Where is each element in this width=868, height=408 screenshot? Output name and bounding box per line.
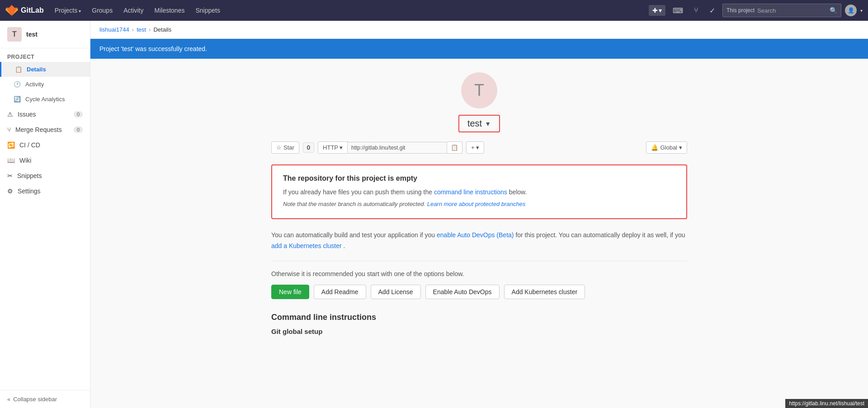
collapse-icon: « xyxy=(7,396,10,403)
breadcrumb-project[interactable]: test xyxy=(137,26,146,33)
plus-icon: ✚ xyxy=(652,7,658,14)
add-kubernetes-cluster-button[interactable]: Add Kubernetes cluster xyxy=(504,285,585,299)
breadcrumb: lishuai1744 › test › Details xyxy=(90,21,868,39)
copy-icon: 📋 xyxy=(451,144,458,151)
clone-dropdown-arrow: ▾ xyxy=(340,144,343,151)
search-container: This project 🔍 xyxy=(722,4,841,17)
visibility-icon: ▼ xyxy=(485,120,491,127)
snippets-icon: ✂ xyxy=(7,172,13,179)
sidebar-item-wiki[interactable]: 📖 Wiki xyxy=(0,153,90,168)
user-dropdown-arrow[interactable]: ▾ xyxy=(860,8,863,13)
nav-milestones[interactable]: Milestones xyxy=(151,5,189,16)
settings-icon: ⚙ xyxy=(7,188,13,195)
success-banner: Project 'test' was successfully created. xyxy=(90,39,868,59)
project-header: T test ▼ xyxy=(271,72,687,132)
notification-button[interactable]: 🔔 Global ▾ xyxy=(646,141,687,154)
ci-cd-icon: 🔁 xyxy=(7,141,15,149)
collapse-sidebar-button[interactable]: « Collapse sidebar xyxy=(0,390,90,408)
plus-dropdown-arrow: ▾ xyxy=(476,144,479,151)
search-icon: 🔍 xyxy=(830,7,837,14)
empty-repo-box: The repository for this project is empty… xyxy=(271,164,687,219)
bell-icon: 🔔 xyxy=(651,144,658,151)
breadcrumb-sep-1: › xyxy=(132,26,134,33)
plus-actions-button[interactable]: + ▾ xyxy=(466,141,484,154)
breadcrumb-sep-2: › xyxy=(149,26,151,33)
sidebar-project-header: T test xyxy=(0,21,90,48)
wiki-icon: 📖 xyxy=(7,157,15,164)
nav-keyboard-shortcuts[interactable]: ⌨ xyxy=(669,5,687,17)
star-count: 0 xyxy=(303,142,314,153)
kubernetes-cluster-link[interactable]: add a Kubernetes cluster xyxy=(271,242,342,249)
gitlab-brand[interactable]: GitLab xyxy=(5,4,44,17)
new-file-button[interactable]: New file xyxy=(271,285,309,299)
nav-activity[interactable]: Activity xyxy=(120,5,147,16)
sidebar-item-settings[interactable]: ⚙ Settings xyxy=(0,183,90,199)
action-bar: ☆ Star 0 HTTP ▾ 📋 + ▾ xyxy=(271,141,687,154)
merge-requests-icon: ⑂ xyxy=(7,126,11,133)
main-content: lishuai1744 › test › Details Project 'te… xyxy=(90,21,868,408)
brand-name: GitLab xyxy=(21,6,44,14)
breadcrumb-current: Details xyxy=(153,26,171,33)
project-content: T test ▼ ☆ Star 0 HTTP ▾ xyxy=(262,59,696,352)
recommend-text: Otherwise it is recommended you start wi… xyxy=(271,270,687,277)
project-name-box: test ▼ xyxy=(458,115,500,132)
project-avatar-large: T xyxy=(461,72,497,108)
devops-info: You can automatically build and test you… xyxy=(271,230,687,252)
issues-icon: ⚠ xyxy=(7,111,13,118)
sidebar-project-avatar: T xyxy=(7,27,22,42)
nav-projects[interactable]: Projects▾ xyxy=(51,5,85,16)
nav-snippets[interactable]: Snippets xyxy=(192,5,223,16)
sidebar-item-activity[interactable]: 🕐 Activity xyxy=(0,77,90,92)
divider xyxy=(271,261,687,261)
top-navbar: GitLab Projects▾ Groups Activity Milesto… xyxy=(0,0,868,21)
add-button[interactable]: ✚ ▾ xyxy=(649,5,665,16)
protected-branches-link[interactable]: Learn more about protected branches xyxy=(427,201,526,207)
notify-dropdown-arrow: ▾ xyxy=(679,144,682,151)
page-layout: T test Project 📋 Details 🕐 Activity 🔄 Cy… xyxy=(0,21,868,408)
enable-auto-devops-button[interactable]: Enable Auto DevOps xyxy=(425,285,500,299)
search-input[interactable] xyxy=(757,7,830,14)
sidebar-item-details[interactable]: 📋 Details xyxy=(0,62,90,77)
git-setup-subtitle: Git global setup xyxy=(271,328,687,335)
clone-type-button[interactable]: HTTP ▾ xyxy=(318,141,348,154)
cycle-analytics-icon: 🔄 xyxy=(14,96,21,103)
add-readme-button[interactable]: Add Readme xyxy=(314,285,366,299)
activity-icon: 🕐 xyxy=(14,81,21,88)
star-button[interactable]: ☆ Star xyxy=(271,141,299,154)
auto-devops-link[interactable]: enable Auto DevOps (Beta) xyxy=(437,231,514,239)
add-dropdown-arrow: ▾ xyxy=(659,7,662,14)
sidebar-item-cycle-analytics[interactable]: 🔄 Cycle Analytics xyxy=(0,92,90,107)
cta-buttons-row: New file Add Readme Add License Enable A… xyxy=(271,285,687,299)
empty-repo-title: The repository for this project is empty xyxy=(283,174,675,183)
sidebar-project-name: test xyxy=(26,31,38,38)
search-scope-label: This project xyxy=(726,7,755,14)
empty-repo-note: Note that the master branch is automatic… xyxy=(283,200,675,209)
sidebar-item-snippets[interactable]: ✂ Snippets xyxy=(0,168,90,183)
clone-group: HTTP ▾ 📋 xyxy=(318,141,462,154)
url-tooltip: https://gitlab.linu.net/lishuai/test xyxy=(785,399,868,408)
star-icon: ☆ xyxy=(276,144,282,151)
clone-url-input[interactable] xyxy=(348,142,447,154)
sidebar-item-merge-requests[interactable]: ⑂ Merge Requests 0 xyxy=(0,122,90,137)
add-license-button[interactable]: Add License xyxy=(371,285,421,299)
user-avatar[interactable]: 👤 xyxy=(845,5,857,16)
nav-issues-icon[interactable]: ✓ xyxy=(706,5,719,17)
issues-badge: 0 xyxy=(74,111,83,117)
clone-copy-button[interactable]: 📋 xyxy=(447,141,462,154)
nav-groups[interactable]: Groups xyxy=(88,5,116,16)
sidebar-section-label: Project xyxy=(0,48,90,62)
details-icon: 📋 xyxy=(15,66,22,73)
command-line-section-title: Command line instructions xyxy=(271,313,687,322)
sidebar: T test Project 📋 Details 🕐 Activity 🔄 Cy… xyxy=(0,21,90,408)
nav-merge-requests-icon[interactable]: ⑂ xyxy=(690,5,702,16)
sidebar-item-ci-cd[interactable]: 🔁 CI / CD xyxy=(0,137,90,153)
command-line-link[interactable]: command line instructions xyxy=(434,188,507,196)
projects-dropdown-arrow: ▾ xyxy=(79,9,81,14)
project-name-text: test xyxy=(467,118,482,129)
breadcrumb-user[interactable]: lishuai1744 xyxy=(99,26,129,33)
sidebar-item-issues[interactable]: ⚠ Issues 0 xyxy=(0,107,90,122)
gitlab-logo-icon xyxy=(5,4,18,17)
merge-requests-badge: 0 xyxy=(74,127,83,133)
empty-repo-desc: If you already have files you can push t… xyxy=(283,187,675,197)
plus-icon: + xyxy=(471,144,475,151)
